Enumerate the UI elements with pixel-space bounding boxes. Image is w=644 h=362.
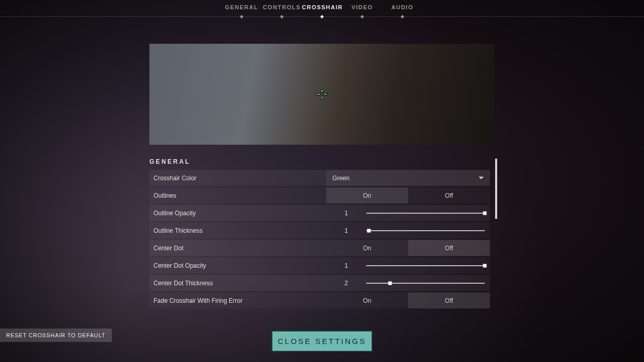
tab-general[interactable]: GENERAL [222, 4, 262, 16]
row-center-dot: Center Dot On Off [149, 240, 490, 256]
value-outline-thickness[interactable]: 1 [326, 227, 366, 234]
slider-outline-thickness[interactable] [366, 222, 485, 238]
close-settings-button[interactable]: CLOSE SETTINGS [272, 331, 372, 352]
crosshair-preview [149, 44, 495, 145]
toggle-fade-firing-error: On Off [326, 292, 490, 308]
settings-tabbar: GENERALCONTROLSCROSSHAIRVIDEOAUDIO [0, 0, 644, 17]
value-center-dot-thickness[interactable]: 2 [326, 280, 366, 287]
crosshair-settings-list: Crosshair Color Green Outlines On Off Ou… [149, 170, 490, 310]
row-fade-firing-error: Fade Crosshair With Firing Error On Off [149, 292, 490, 308]
reset-crosshair-button[interactable]: RESET CROSSHAIR TO DEFAULT [0, 329, 112, 342]
dropdown-value: Green [332, 175, 349, 182]
dropdown-crosshair-color[interactable]: Green [326, 170, 490, 186]
toggle-center-dot: On Off [326, 240, 490, 256]
slider-outline-opacity[interactable] [366, 205, 485, 221]
label-crosshair-color: Crosshair Color [149, 170, 326, 186]
row-center-dot-opacity: Center Dot Opacity 1 [149, 257, 490, 273]
toggle-outlines-off[interactable]: Off [408, 187, 490, 203]
tab-controls[interactable]: CONTROLS [262, 4, 302, 16]
label-center-dot-thickness: Center Dot Thickness [149, 275, 326, 291]
label-outlines: Outlines [149, 187, 326, 203]
chevron-down-icon [479, 177, 484, 179]
row-outlines: Outlines On Off [149, 187, 490, 203]
toggle-outlines: On Off [326, 187, 490, 203]
row-outline-thickness: Outline Thickness 1 [149, 222, 490, 238]
tab-crosshair[interactable]: CROSSHAIR [302, 4, 342, 16]
label-outline-opacity: Outline Opacity [149, 205, 326, 221]
row-outline-opacity: Outline Opacity 1 [149, 205, 490, 221]
row-center-dot-thickness: Center Dot Thickness 2 [149, 275, 490, 291]
toggle-fade-firing-error-off[interactable]: Off [408, 292, 490, 308]
toggle-outlines-on[interactable]: On [326, 187, 408, 203]
label-outline-thickness: Outline Thickness [149, 222, 326, 238]
label-fade-firing-error: Fade Crosshair With Firing Error [149, 292, 326, 308]
toggle-center-dot-on[interactable]: On [326, 240, 408, 256]
settings-scrollbar-thumb[interactable] [495, 159, 497, 219]
tab-video[interactable]: VIDEO [342, 4, 382, 16]
slider-center-dot-thickness[interactable] [366, 275, 485, 291]
value-center-dot-opacity[interactable]: 1 [326, 262, 366, 269]
toggle-center-dot-off[interactable]: Off [408, 240, 490, 256]
label-center-dot: Center Dot [149, 240, 326, 256]
section-heading-general: GENERAL [149, 158, 191, 165]
label-center-dot-opacity: Center Dot Opacity [149, 257, 326, 273]
value-outline-opacity[interactable]: 1 [326, 210, 366, 217]
tab-audio[interactable]: AUDIO [382, 4, 422, 16]
slider-center-dot-opacity[interactable] [366, 257, 485, 273]
toggle-fade-firing-error-on[interactable]: On [326, 292, 408, 308]
row-crosshair-color: Crosshair Color Green [149, 170, 490, 186]
